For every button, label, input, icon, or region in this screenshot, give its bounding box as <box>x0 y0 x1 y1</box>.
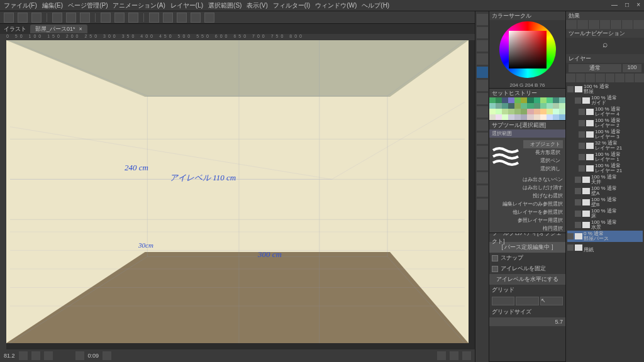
swatch[interactable] <box>527 103 533 109</box>
swatch-palette[interactable] <box>489 97 565 120</box>
ts-line-icon[interactable] <box>477 199 488 210</box>
grid-btn-1[interactable] <box>492 297 514 305</box>
close-icon[interactable]: × <box>636 1 640 8</box>
layer-row[interactable]: 100 % 通常ガイド <box>567 95 643 106</box>
zoom-out[interactable] <box>19 351 28 360</box>
nav-right[interactable] <box>462 351 471 360</box>
layer-btn[interactable] <box>625 74 635 82</box>
layer-row[interactable]: 0 % 通常部屋パース <box>567 231 643 242</box>
swatch[interactable] <box>534 114 540 120</box>
subtool-item[interactable]: 参照レイヤー用選択 <box>518 217 563 224</box>
menu-edit[interactable]: 編集(E) <box>42 1 63 10</box>
doc-tab[interactable]: 部屋_パース01* × <box>30 25 87 33</box>
subtool-item[interactable]: 選択ペン <box>540 157 560 164</box>
minimize-icon[interactable]: — <box>611 1 618 8</box>
zoom-fit[interactable] <box>31 351 40 360</box>
swatch[interactable] <box>559 114 565 120</box>
opacity-value[interactable]: 100 <box>623 64 641 72</box>
visibility-icon[interactable] <box>567 86 574 92</box>
subtool-item[interactable]: はみ出さないペン <box>523 176 563 183</box>
visibility-icon[interactable] <box>579 143 585 149</box>
ts-rotate-icon[interactable] <box>477 40 488 52</box>
layer-row[interactable]: 100 % 通常レイヤー 4 <box>567 106 643 118</box>
tool-brush[interactable] <box>149 13 159 23</box>
swatch[interactable] <box>534 103 540 109</box>
menu-window[interactable]: ウィンドウ(W) <box>315 1 357 10</box>
ts-wand-icon[interactable] <box>477 80 488 91</box>
visibility-icon[interactable] <box>575 188 581 194</box>
swatch[interactable] <box>527 97 533 103</box>
fx-btn[interactable] <box>633 20 644 29</box>
layer-btn[interactable] <box>596 74 605 82</box>
swatch[interactable] <box>502 103 508 109</box>
tool-new[interactable] <box>4 13 14 23</box>
fix-checkbox[interactable] <box>492 266 498 272</box>
swatch[interactable] <box>547 97 553 103</box>
layer-row[interactable]: 32 % 通常レイヤー 21 <box>567 140 643 151</box>
tool-copy[interactable] <box>114 13 125 23</box>
layer-row[interactable]: 100 % 通常部屋 <box>567 84 643 95</box>
tab-close-icon[interactable]: × <box>79 26 82 32</box>
fx-btn[interactable] <box>577 20 588 29</box>
zoom-in[interactable] <box>44 351 53 360</box>
ts-air-icon[interactable] <box>477 133 488 144</box>
swatch[interactable] <box>514 114 521 120</box>
swatch[interactable] <box>547 103 553 109</box>
fx-btn[interactable] <box>600 20 611 29</box>
visibility-icon[interactable] <box>575 211 581 217</box>
swatch[interactable] <box>540 103 547 109</box>
swatch[interactable] <box>553 97 559 103</box>
fx-btn[interactable] <box>566 20 577 29</box>
layer-row[interactable]: 100 % 通常レイヤー 3 <box>567 129 643 140</box>
subtool-item[interactable]: 投げなわ選択 <box>533 192 563 199</box>
tool-redo[interactable] <box>66 13 76 23</box>
tool-cut[interactable] <box>101 13 111 23</box>
swatch[interactable] <box>496 114 502 120</box>
layer-row[interactable]: 100 % 通常レイヤー 1 <box>567 151 643 163</box>
ts-dropper-icon[interactable] <box>477 93 488 104</box>
swatch[interactable] <box>508 114 514 120</box>
grid-btn-2[interactable] <box>516 297 538 305</box>
layer-row[interactable]: 100 % 通常レイヤー 21 <box>567 163 643 174</box>
visibility-icon[interactable] <box>579 154 585 160</box>
swatch[interactable] <box>553 103 559 109</box>
swatch[interactable] <box>514 103 521 109</box>
swatch[interactable] <box>540 109 547 114</box>
layer-btn[interactable] <box>566 74 575 82</box>
subtool-group[interactable]: 選択範囲 <box>492 130 512 137</box>
subtool-item[interactable]: 編集レイヤーのみ参照選択 <box>502 200 563 207</box>
visibility-icon[interactable] <box>579 165 585 172</box>
menu-view[interactable]: 表示(V) <box>247 1 267 10</box>
swatch[interactable] <box>559 103 565 109</box>
visibility-icon[interactable] <box>575 177 581 183</box>
swatch[interactable] <box>502 114 508 120</box>
subtool-item[interactable]: 選択消し <box>540 165 560 172</box>
ts-pen-icon[interactable] <box>477 106 488 118</box>
layer-btn[interactable] <box>576 74 586 82</box>
swatch[interactable] <box>508 109 514 114</box>
menu-anim[interactable]: アニメーション(A) <box>113 1 165 10</box>
layer-row[interactable]: 100 % 通常床 <box>567 208 643 219</box>
swatch[interactable] <box>521 103 527 109</box>
color-wheel[interactable]: 204 G 204 B 76 <box>489 20 565 88</box>
ts-move-icon[interactable] <box>477 27 488 38</box>
gridsize-slider[interactable]: 5.7 <box>489 317 565 326</box>
tool-open[interactable] <box>18 13 28 23</box>
swatch[interactable] <box>540 97 547 103</box>
grid-btn-3[interactable]: ↖ <box>540 297 563 305</box>
swatch[interactable] <box>534 97 540 103</box>
menu-file[interactable]: ファイル(F) <box>4 1 37 10</box>
swatch[interactable] <box>540 114 547 120</box>
swatch[interactable] <box>489 103 496 109</box>
layer-row[interactable]: 100 % 通常壁A <box>567 185 643 197</box>
fx-btn[interactable] <box>611 20 621 29</box>
tool-save[interactable] <box>31 13 42 23</box>
nav-home[interactable] <box>450 351 458 360</box>
layer-row[interactable]: 100 % 通常天井 <box>567 174 643 185</box>
subtool-item[interactable]: 楕円選択 <box>543 225 563 232</box>
prev-frame[interactable] <box>75 351 84 360</box>
swatch[interactable] <box>527 114 533 120</box>
subtool-item[interactable]: 他レイヤーを参照選択 <box>513 209 563 216</box>
visibility-icon[interactable] <box>575 199 581 206</box>
menu-layer[interactable]: レイヤー(L) <box>170 1 203 10</box>
